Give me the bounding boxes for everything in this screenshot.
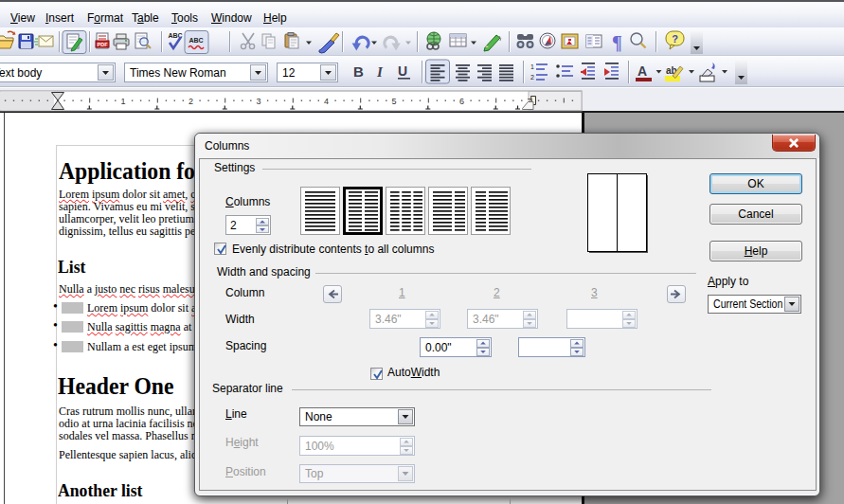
svg-text:2: 2 [530, 74, 534, 81]
svg-text:ABC: ABC [189, 37, 203, 44]
svg-text:1: 1 [530, 63, 534, 70]
svg-text:I: I [376, 64, 384, 80]
svg-text:A: A [637, 63, 647, 79]
svg-text:1: 1 [120, 97, 125, 106]
svg-text:B: B [353, 63, 364, 80]
svg-text:PDF: PDF [98, 42, 109, 47]
svg-text:?: ? [672, 33, 678, 45]
svg-text:U: U [398, 63, 407, 79]
svg-text:5: 5 [391, 97, 396, 106]
svg-text:¶: ¶ [612, 32, 622, 53]
svg-text:2: 2 [189, 97, 193, 106]
svg-text:6: 6 [459, 97, 464, 106]
svg-text:4: 4 [324, 97, 329, 106]
svg-text:3: 3 [256, 97, 260, 106]
